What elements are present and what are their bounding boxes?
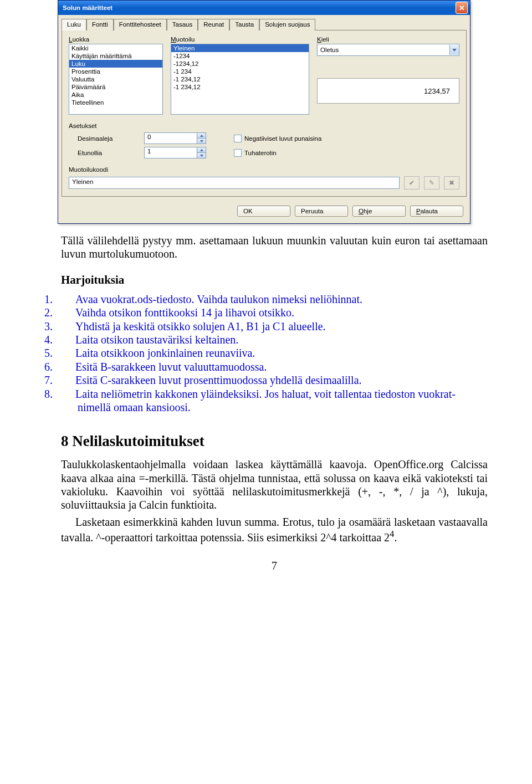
negative-red-label: Negatiiviset luvut punaisina — [244, 135, 321, 142]
exercises-heading: Harjoituksia — [61, 273, 488, 287]
dialog-button-row: OK Peruuta Ohje Palauta — [58, 200, 470, 223]
thousands-separator-label: Tuhaterotin — [244, 150, 277, 156]
chevron-down-icon[interactable] — [197, 153, 206, 158]
decimals-spinner[interactable]: 0 — [144, 132, 206, 144]
format-listbox[interactable]: Yleinen -1234 -1234,12 -1 234 -1 234,12 … — [171, 44, 309, 115]
category-listbox[interactable]: Kaikki Käyttäjän määrittämä Luku Prosent… — [69, 44, 163, 115]
checkbox-icon[interactable] — [234, 135, 242, 142]
language-label: Kieli — [317, 36, 459, 43]
list-item: 4.Laita otsikon taustaväriksi keltainen. — [61, 333, 488, 346]
format-code-input[interactable]: Yleinen — [69, 177, 400, 189]
tab-fontti[interactable]: Fontti — [86, 19, 114, 30]
tab-reunat[interactable]: Reunat — [198, 19, 229, 30]
exercise-list: 1.Avaa vuokrat.ods-tiedosto. Vaihda taul… — [61, 293, 488, 414]
list-item[interactable]: Yleinen — [171, 44, 309, 52]
format-preview: 1234,57 — [317, 78, 459, 104]
list-item[interactable]: Kaikki — [69, 44, 162, 52]
list-item: 3.Yhdistä ja keskitä otsikko solujen A1,… — [61, 320, 488, 333]
list-item[interactable]: Tieteellinen — [69, 99, 162, 106]
format-label: Muotoilu — [171, 36, 309, 43]
edit-comment-icon[interactable]: ✎ — [424, 176, 439, 189]
list-item[interactable]: Päivämäärä — [69, 83, 162, 91]
language-combo[interactable]: Oletus — [317, 44, 459, 56]
leading-zeros-spinner[interactable]: 1 — [144, 147, 206, 158]
cell-attributes-dialog: Solun määritteet ✕ Luku Fontti Fonttiteh… — [58, 0, 532, 224]
tab-fonttitehosteet[interactable]: Fonttitehosteet — [114, 19, 167, 30]
help-button[interactable]: Ohje — [352, 206, 406, 217]
section-heading: 8 Nelilaskutoimitukset — [61, 433, 488, 450]
list-item: 2.Vaihda otsikon fonttikooksi 14 ja liha… — [61, 306, 488, 319]
format-code-label: Muotoilukoodi — [69, 166, 459, 173]
list-item[interactable]: Valuutta — [69, 75, 162, 83]
list-item[interactable]: -1234,12 — [171, 60, 309, 68]
cancel-button[interactable]: Peruuta — [295, 206, 348, 217]
tab-pane-luku: Luokka Kaikki Käyttäjän määrittämä Luku … — [62, 30, 467, 197]
list-item[interactable]: Luku — [69, 60, 162, 68]
titlebar: Solun määritteet ✕ — [58, 1, 470, 15]
chevron-up-icon[interactable] — [197, 133, 206, 139]
reset-button[interactable]: Palauta — [410, 206, 463, 217]
list-item: 1.Avaa vuokrat.ods-tiedosto. Vaihda taul… — [61, 293, 488, 306]
dialog-title: Solun määritteet — [63, 4, 112, 11]
tab-tasaus[interactable]: Tasaus — [167, 19, 198, 30]
category-label: Luokka — [69, 36, 163, 43]
list-item[interactable]: -1 234 — [171, 68, 309, 75]
tab-solujen-suojaus[interactable]: Solujen suojaus — [259, 19, 315, 30]
tabs-row: Luku Fontti Fonttitehosteet Tasaus Reuna… — [58, 15, 470, 30]
close-icon[interactable]: ✕ — [456, 2, 468, 14]
add-format-icon[interactable]: ✔ — [404, 176, 420, 189]
list-item[interactable]: Aika — [69, 91, 162, 99]
tab-luku[interactable]: Luku — [62, 19, 86, 30]
list-item[interactable]: -1 234,12 — [171, 83, 309, 91]
list-item: 5.Laita otsikkoon jonkinlainen reunaviiv… — [61, 346, 488, 360]
list-item: 8.Laita neliömetrin kakkonen yläindeksik… — [61, 387, 488, 414]
leading-zeros-label: Etunollia — [78, 150, 139, 156]
decimals-value: 0 — [145, 133, 197, 144]
thousands-separator-checkbox[interactable]: Tuhaterotin — [234, 149, 277, 157]
list-item[interactable]: Käyttäjän määrittämä — [69, 52, 162, 60]
negative-red-checkbox[interactable]: Negatiiviset luvut punaisina — [234, 135, 321, 142]
chevron-down-icon[interactable] — [197, 139, 206, 144]
list-item[interactable]: Prosenttia — [69, 68, 162, 75]
list-item: 7.Esitä C-sarakkeen luvut prosenttimuodo… — [61, 373, 488, 387]
tab-tausta[interactable]: Tausta — [229, 19, 259, 30]
body-paragraph: Lasketaan esimerkkinä kahden luvun summa… — [61, 515, 488, 544]
decimals-label: Desimaaleja — [78, 135, 139, 142]
list-item: 6.Esitä B-sarakkeen luvut valuuttamuodos… — [61, 360, 488, 373]
leading-zeros-value: 1 — [145, 147, 197, 158]
list-item[interactable]: -1 234,12 — [171, 75, 309, 83]
language-value: Oletus — [318, 47, 449, 53]
chevron-down-icon[interactable] — [449, 45, 459, 55]
ok-button[interactable]: OK — [237, 206, 290, 217]
settings-group-label: Asetukset — [69, 122, 459, 129]
chevron-up-icon[interactable] — [197, 147, 206, 153]
list-item[interactable]: -1234 — [171, 52, 309, 60]
body-paragraph: Taulukkolaskentaohjelmalla voidaan laske… — [61, 458, 488, 512]
checkbox-icon[interactable] — [234, 149, 242, 157]
delete-format-icon[interactable]: ✖ — [444, 176, 459, 189]
intro-paragraph: Tällä välilehdellä pystyy mm. asettamaan… — [61, 234, 488, 261]
page-number: 7 — [61, 560, 488, 572]
document-body: Tällä välilehdellä pystyy mm. asettamaan… — [0, 234, 532, 589]
